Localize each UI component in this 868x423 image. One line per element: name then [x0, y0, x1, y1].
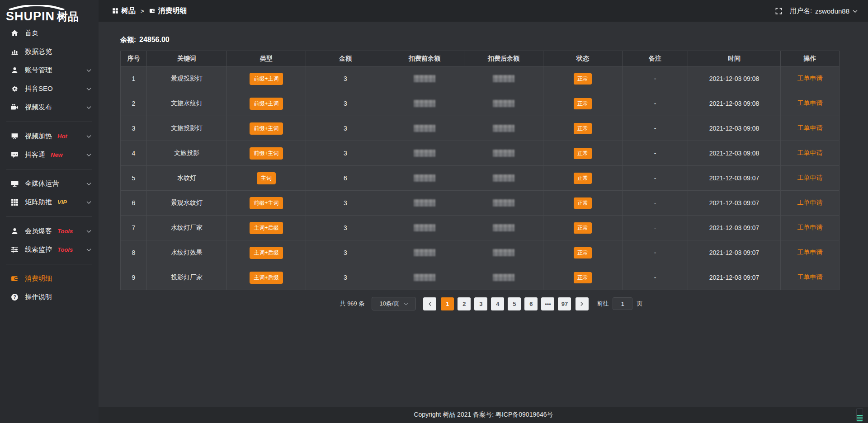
cell-pre-balance [385, 116, 464, 141]
work-order-link[interactable]: 工单申请 [797, 249, 823, 256]
sidebar-item-consumption-detail[interactable]: 消费明细 [0, 269, 99, 288]
sidebar-item-video-publish[interactable]: 视频发布 [0, 98, 99, 117]
cell-post-balance [464, 66, 543, 91]
cell-index: 1 [121, 66, 147, 91]
cell-status: 正常 [543, 265, 623, 290]
page-button-3[interactable]: 3 [474, 297, 487, 310]
goto-page: 前往 页 [597, 297, 642, 310]
page-button-6[interactable]: 6 [524, 297, 538, 310]
page-ellipsis-button[interactable]: ••• [541, 297, 554, 310]
table-column-header: 状态 [543, 51, 623, 66]
cell-pre-balance [385, 216, 464, 240]
sidebar-item-matrix-boost[interactable]: 矩阵助推VIP [0, 193, 99, 212]
page-button-4[interactable]: 4 [491, 297, 504, 310]
chevron-down-icon [86, 105, 91, 110]
sidebar-item-label: 消费明细 [25, 274, 52, 283]
cell-note: - [623, 265, 688, 290]
sidebar-item-douketong[interactable]: 抖客通New [0, 146, 99, 164]
cell-keyword: 水纹灯效果 [147, 240, 227, 265]
breadcrumb-current[interactable]: 消费明细 [149, 6, 187, 16]
prev-page-button[interactable] [423, 297, 436, 310]
page-button-2[interactable]: 2 [458, 297, 471, 310]
question-icon: ? [11, 293, 19, 301]
cell-keyword: 水纹灯厂家 [147, 216, 227, 240]
next-page-button[interactable] [576, 297, 589, 310]
cell-time: 2021-12-03 09:07 [688, 166, 781, 191]
sidebar-item-member-baoke[interactable]: 会员爆客Tools [0, 222, 99, 240]
masked-balance [493, 100, 514, 107]
work-order-link[interactable]: 工单申请 [797, 99, 823, 107]
chevron-down-icon [86, 181, 91, 186]
monitor-icon [11, 180, 19, 188]
user-menu[interactable]: 用户名: zswodun88 [790, 7, 858, 15]
cell-pre-balance [385, 240, 464, 265]
breadcrumb-root[interactable]: 树品 [112, 6, 136, 16]
sidebar-item-label: 首页 [25, 29, 38, 38]
app-root: SHUPIN 树品 首页数据总览账号管理抖音SEO视频发布视频加热Hot抖客通N… [0, 0, 868, 423]
cell-amount: 3 [306, 265, 385, 290]
work-order-link[interactable]: 工单申请 [797, 224, 823, 231]
goto-page-input[interactable] [613, 297, 632, 310]
page-button-5[interactable]: 5 [508, 297, 521, 310]
sidebar-item-douyin-seo[interactable]: 抖音SEO [0, 80, 99, 98]
masked-balance [414, 150, 435, 157]
type-badge: 前缀+主词 [250, 98, 283, 110]
work-order-link[interactable]: 工单申请 [797, 149, 823, 156]
masked-balance [493, 224, 514, 231]
sidebar-item-account-manage[interactable]: 账号管理 [0, 61, 99, 80]
sidebar-item-label: 全媒体运营 [25, 179, 59, 188]
page-button-1[interactable]: 1 [441, 297, 454, 310]
cell-time: 2021-12-03 09:08 [688, 91, 781, 116]
topbar-right: 用户名: zswodun88 [775, 7, 858, 15]
sidebar-item-label: 线索监控 [25, 245, 52, 254]
masked-balance [414, 199, 435, 207]
cell-time: 2021-12-03 09:07 [688, 240, 781, 265]
cell-type: 前缀+主词 [227, 141, 306, 166]
sliders-icon [11, 246, 19, 254]
sidebar-item-media-operation[interactable]: 全媒体运营 [0, 174, 99, 193]
masked-balance [414, 75, 435, 82]
sidebar-item-video-heat[interactable]: 视频加热Hot [0, 127, 99, 146]
cell-pre-balance [385, 191, 464, 216]
chevron-down-icon [853, 9, 858, 14]
work-order-link[interactable]: 工单申请 [797, 199, 823, 206]
status-badge: 正常 [574, 272, 592, 283]
work-order-link[interactable]: 工单申请 [797, 273, 823, 281]
cell-action: 工单申请 [781, 141, 840, 166]
work-order-link[interactable]: 工单申请 [797, 75, 823, 82]
type-badge: 前缀+主词 [250, 73, 283, 85]
sidebar-badge-new: New [51, 151, 63, 158]
cell-pre-balance [385, 166, 464, 191]
work-order-link[interactable]: 工单申请 [797, 124, 823, 132]
sidebar-item-label: 抖音SEO [25, 85, 53, 93]
page-button-97[interactable]: 97 [558, 297, 571, 310]
sidebar-item-operation-guide[interactable]: ?操作说明 [0, 288, 99, 306]
cell-time: 2021-12-03 09:08 [688, 116, 781, 141]
chevron-down-icon [86, 200, 91, 205]
cell-index: 6 [121, 191, 147, 216]
gear-icon [11, 85, 19, 93]
cell-index: 5 [121, 166, 147, 191]
topbar: 树品 > 消费明细 用户名: zswodun88 [99, 0, 868, 22]
cell-status: 正常 [543, 216, 623, 240]
cell-amount: 3 [306, 116, 385, 141]
sidebar-item-label: 抖客通 [25, 150, 45, 159]
work-order-link[interactable]: 工单申请 [797, 174, 823, 181]
cell-note: - [623, 191, 688, 216]
table-column-header: 扣费后余额 [464, 51, 543, 66]
cell-note: - [623, 66, 688, 91]
table-row: 4文旅投影前缀+主词3正常-2021-12-03 09:08工单申请 [121, 141, 840, 166]
sidebar-item-clue-monitor[interactable]: 线索监控Tools [0, 240, 99, 259]
cell-action: 工单申请 [781, 191, 840, 216]
cell-time: 2021-12-03 09:07 [688, 191, 781, 216]
fullscreen-icon[interactable] [775, 7, 783, 15]
page-size-select[interactable]: 10条/页 [372, 297, 416, 310]
cell-type: 前缀+主词 [227, 116, 306, 141]
sidebar-item-home[interactable]: 首页 [0, 24, 99, 42]
breadcrumb-current-label: 消费明细 [158, 6, 187, 16]
cell-pre-balance [385, 91, 464, 116]
sidebar-item-data-overview[interactable]: 数据总览 [0, 42, 99, 61]
app-logo[interactable]: SHUPIN 树品 [0, 0, 99, 24]
cell-amount: 3 [306, 191, 385, 216]
chevron-down-icon [86, 229, 91, 234]
